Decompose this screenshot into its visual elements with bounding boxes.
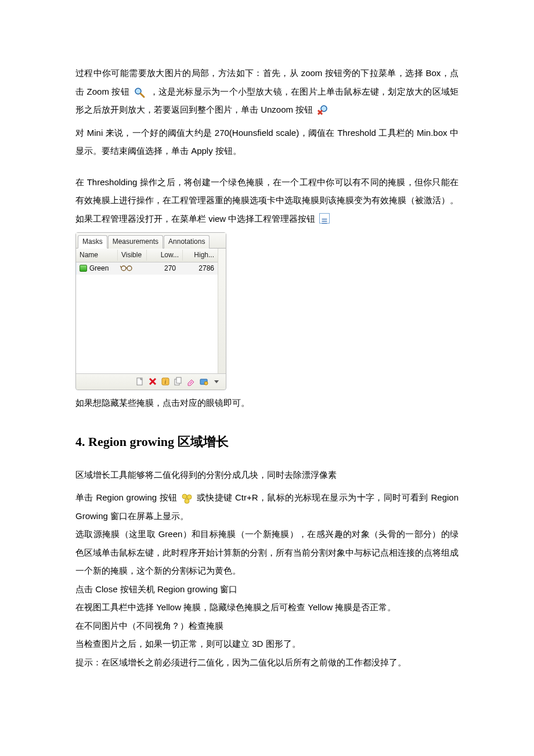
project-manager-icon bbox=[319, 213, 330, 224]
mask-visible-cell[interactable] bbox=[118, 264, 147, 273]
svg-point-9 bbox=[127, 266, 132, 271]
mask-low-cell: 270 bbox=[147, 264, 183, 272]
svg-line-1 bbox=[140, 93, 144, 97]
paragraph-rg-tip: 提示：在区域增长之前必须进行二值化，因为二值化以后所有之前做的工作都没掉了。 bbox=[75, 653, 459, 672]
svg-point-21 bbox=[185, 499, 189, 503]
mask-high-cell: 2786 bbox=[183, 264, 218, 272]
col-low[interactable]: Low... bbox=[147, 250, 183, 260]
col-visible[interactable]: Visible bbox=[118, 250, 147, 260]
copy-icon[interactable] bbox=[174, 377, 183, 386]
paragraph-rg-intro: 区域增长工具能够将二值化得到的分割分成几块，同时去除漂浮像素 bbox=[75, 466, 459, 484]
mask-name-cell: Green bbox=[76, 264, 118, 272]
paragraph-rg-button: 单击 Region growing 按钮 或快捷键 Ctr+R，鼠标的光标现在显… bbox=[75, 488, 459, 525]
paragraph-thresholding: 在 Thresholding 操作之后，将创建一个绿色掩膜，在一个工程中你可以有… bbox=[75, 173, 459, 228]
dropdown-icon[interactable] bbox=[212, 377, 221, 386]
panel-empty-area bbox=[76, 275, 218, 373]
svg-point-8 bbox=[121, 266, 126, 271]
delete-icon[interactable] bbox=[148, 377, 157, 386]
svg-point-19 bbox=[182, 494, 187, 499]
panel-toolbar: i bbox=[76, 373, 226, 390]
col-name[interactable]: Name bbox=[76, 250, 118, 260]
paragraph-zoom: 过程中你可能需要放大图片的局部，方法如下：首先，从 zoom 按钮旁的下拉菜单，… bbox=[75, 64, 459, 119]
paragraph-rg-check: 在不同图片中（不同视角？）检查掩膜 bbox=[75, 617, 459, 635]
paragraph-hide-mask: 如果想隐藏某些掩膜，点击对应的眼镜即可。 bbox=[75, 394, 459, 412]
paragraph-rg-select: 选取源掩膜（这里取 Green）和目标掩膜（一个新掩膜），在感兴趣的对象（头骨的… bbox=[75, 525, 459, 580]
panel-column-headers: Name Visible Low... High... bbox=[76, 249, 218, 262]
paragraph-rg-yellow: 在视图工具栏中选择 Yellow 掩膜，隐藏绿色掩膜之后可检查 Yellow 掩… bbox=[75, 598, 459, 617]
tab-annotations[interactable]: Annotations bbox=[164, 235, 210, 249]
tab-masks[interactable]: Masks bbox=[78, 235, 107, 249]
paragraph-rg-close: 点击 Close 按钮关机 Region growing 窗口 bbox=[75, 580, 459, 599]
info-icon[interactable]: i bbox=[161, 377, 170, 386]
tab-measurements[interactable]: Measurements bbox=[108, 235, 163, 249]
paragraph-rg-3d: 当检查图片之后，如果一切正常，则可以建立 3D 图形了。 bbox=[75, 635, 459, 653]
mask-color-swatch bbox=[80, 265, 87, 272]
region-growing-icon bbox=[181, 492, 193, 504]
col-high[interactable]: High... bbox=[183, 250, 218, 260]
heading-region-growing: 4. Region growing 区域增长 bbox=[75, 429, 459, 455]
unzoom-icon bbox=[316, 104, 329, 117]
svg-text:i: i bbox=[165, 379, 167, 385]
masks-panel: Masks Measurements Annotations Name Visi… bbox=[75, 232, 226, 390]
svg-point-18 bbox=[204, 381, 208, 385]
page-body: 过程中你可能需要放大图片的局部，方法如下：首先，从 zoom 按钮旁的下拉菜单，… bbox=[0, 0, 534, 729]
scrollbar[interactable] bbox=[218, 249, 226, 373]
settings-icon[interactable] bbox=[199, 377, 208, 386]
glasses-icon bbox=[120, 264, 133, 271]
paragraph-threshold-value: 对 Mini 来说，一个好的阈值大约是 270(Hounsfield scale… bbox=[75, 124, 459, 160]
erase-icon[interactable] bbox=[186, 377, 196, 386]
panel-tabs: Masks Measurements Annotations bbox=[76, 233, 226, 249]
svg-rect-16 bbox=[176, 377, 181, 383]
new-icon[interactable] bbox=[135, 377, 145, 386]
table-row[interactable]: Green 270 2786 bbox=[76, 262, 218, 275]
zoom-icon bbox=[133, 86, 146, 99]
